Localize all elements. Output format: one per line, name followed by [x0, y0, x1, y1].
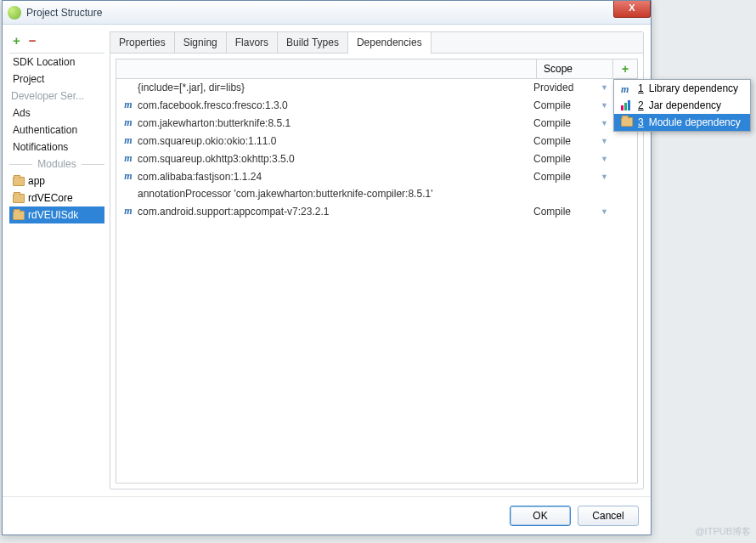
chevron-down-icon: ▼	[601, 101, 608, 110]
sidebar-module-app[interactable]: app	[9, 173, 104, 189]
menu-item-label: Module dependency	[649, 116, 741, 128]
window-title: Project Structure	[26, 7, 102, 19]
chevron-down-icon: ▼	[601, 155, 608, 163]
dependency-name: com.jakewharton:butterknife:8.5.1	[138, 117, 291, 129]
maven-icon: m	[123, 205, 133, 218]
folder-icon	[621, 117, 633, 127]
maven-icon: m	[123, 152, 133, 165]
table-row[interactable]: mcom.alibaba:fastjson:1.1.24Compile▼	[116, 167, 637, 185]
chevron-down-icon: ▼	[601, 119, 608, 127]
remove-module-button[interactable]: −	[29, 33, 37, 48]
tab-properties[interactable]: Properties	[110, 31, 175, 53]
close-button[interactable]: X	[613, 1, 651, 18]
grid-container: Scope + {include=[*.jar], dir=libs}Provi…	[110, 54, 643, 489]
maven-icon: m	[123, 99, 133, 111]
table-body: {include=[*.jar], dir=libs}Provided▼mcom…	[116, 79, 637, 483]
tab-build-types[interactable]: Build Types	[277, 31, 348, 53]
table-header: Scope +	[116, 59, 637, 79]
sidebar-toolbar: + −	[9, 31, 104, 53]
sidebar: + − SDK Location Project Developer Ser..…	[9, 31, 104, 489]
dependency-name: com.android.support:appcompat-v7:23.2.1	[138, 206, 329, 218]
table-row[interactable]: mcom.jakewharton:butterknife:8.5.1Compil…	[116, 114, 637, 132]
maven-icon: m	[123, 116, 133, 129]
dependency-name: com.squareup.okhttp3:okhttp:3.5.0	[138, 153, 295, 165]
ok-button[interactable]: OK	[510, 506, 571, 526]
scope-dropdown[interactable]: Provided▼	[533, 82, 610, 93]
tab-dependencies[interactable]: Dependencies	[347, 31, 432, 53]
add-dependency-menu: m1 Library dependency2 Jar dependency3 M…	[613, 79, 751, 132]
scope-dropdown[interactable]: Compile▼	[533, 171, 610, 183]
tab-signing[interactable]: Signing	[174, 31, 227, 53]
sidebar-item-sdk-location[interactable]: SDK Location	[9, 54, 104, 71]
sidebar-module-rdveuisdk[interactable]: rdVEUISdk	[9, 206, 104, 223]
menu-mnemonic: 3	[638, 116, 644, 128]
tab-flavors[interactable]: Flavors	[226, 31, 278, 53]
scope-dropdown[interactable]: Compile▼	[533, 99, 610, 111]
table-row[interactable]: mcom.squareup.okio:okio:1.11.0Compile▼	[116, 132, 637, 150]
table-row[interactable]: {include=[*.jar], dir=libs}Provided▼	[116, 79, 637, 96]
jar-icon	[621, 100, 633, 110]
app-icon	[8, 6, 21, 20]
table-row[interactable]: annotationProcessor 'com.jakewharton:but…	[116, 185, 637, 202]
main-panel: Properties Signing Flavors Build Types D…	[110, 31, 644, 489]
dependency-name: {include=[*.jar], dir=libs}	[138, 82, 245, 93]
dialog-body: + − SDK Location Project Developer Ser..…	[3, 25, 651, 496]
sidebar-item-project[interactable]: Project	[9, 71, 104, 88]
cancel-button[interactable]: Cancel	[578, 506, 639, 526]
chevron-down-icon: ▼	[601, 137, 608, 145]
chevron-down-icon: ▼	[601, 207, 608, 216]
folder-icon	[13, 177, 25, 186]
menu-mnemonic: 1	[638, 82, 644, 94]
dependency-name: com.facebook.fresco:fresco:1.3.0	[138, 99, 288, 111]
folder-icon	[13, 211, 25, 220]
add-dependency-button[interactable]: +	[613, 59, 637, 78]
folder-icon	[13, 194, 25, 203]
maven-icon: m	[123, 170, 133, 183]
chevron-down-icon: ▼	[601, 83, 608, 92]
scope-dropdown[interactable]: Compile▼	[533, 117, 610, 129]
library-icon: m	[621, 83, 633, 93]
scope-dropdown[interactable]: Compile▼	[533, 153, 610, 165]
sidebar-module-rdvecore[interactable]: rdVECore	[9, 189, 104, 206]
dependency-name: annotationProcessor 'com.jakewharton:but…	[138, 188, 432, 200]
scope-dropdown[interactable]: Compile▼	[533, 135, 610, 147]
scope-dropdown[interactable]: Compile▼	[533, 206, 610, 218]
menu-item-library-dependency[interactable]: m1 Library dependency	[614, 80, 750, 97]
tab-bar: Properties Signing Flavors Build Types D…	[110, 32, 643, 54]
table-row[interactable]: mcom.android.support:appcompat-v7:23.2.1…	[116, 202, 637, 220]
sidebar-item-authentication[interactable]: Authentication	[9, 122, 104, 139]
dependencies-table: Scope + {include=[*.jar], dir=libs}Provi…	[116, 59, 638, 484]
menu-item-jar-dependency[interactable]: 2 Jar dependency	[614, 97, 750, 114]
table-row[interactable]: mcom.facebook.fresco:fresco:1.3.0Compile…	[116, 96, 637, 114]
menu-item-label: Library dependency	[649, 82, 738, 94]
add-module-button[interactable]: +	[13, 33, 20, 48]
dependency-name: com.squareup.okio:okio:1.11.0	[138, 135, 276, 147]
sidebar-item-ads[interactable]: Ads	[9, 105, 104, 122]
titlebar[interactable]: Project Structure X	[3, 1, 651, 25]
column-header-name[interactable]	[116, 59, 537, 78]
chevron-down-icon: ▼	[601, 173, 608, 181]
project-structure-dialog: Project Structure X + − SDK Location Pro…	[2, 0, 652, 535]
sidebar-header-developer-services: Developer Ser...	[9, 88, 104, 105]
sidebar-list: SDK Location Project Developer Ser... Ad…	[9, 53, 104, 489]
menu-item-label: Jar dependency	[649, 99, 721, 111]
sidebar-item-notifications[interactable]: Notifications	[9, 139, 104, 156]
watermark: @ITPUB博客	[695, 525, 751, 538]
sidebar-header-modules: Modules	[9, 156, 104, 173]
table-row[interactable]: mcom.squareup.okhttp3:okhttp:3.5.0Compil…	[116, 150, 637, 167]
column-header-scope[interactable]: Scope	[537, 59, 613, 78]
menu-mnemonic: 2	[638, 99, 644, 111]
dependency-name: com.alibaba:fastjson:1.1.24	[138, 171, 262, 183]
dialog-footer: OK Cancel	[3, 496, 651, 535]
menu-item-module-dependency[interactable]: 3 Module dependency	[614, 114, 750, 131]
maven-icon: m	[123, 134, 133, 147]
